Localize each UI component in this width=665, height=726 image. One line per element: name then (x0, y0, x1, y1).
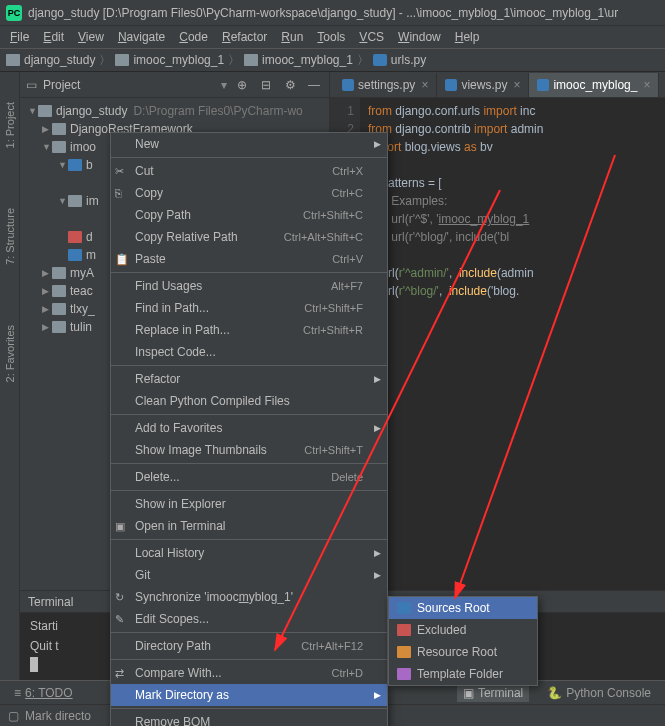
menu-item-local-history[interactable]: Local History▶ (111, 542, 387, 564)
python-file-icon (373, 54, 387, 66)
close-tab-icon[interactable]: × (421, 78, 428, 92)
status-icon[interactable]: ▢ (8, 709, 19, 723)
menu-code[interactable]: Code (173, 28, 214, 46)
menu-item-show-in-explorer[interactable]: Show in Explorer (111, 493, 387, 515)
menu-item-icon: ⇄ (115, 667, 129, 680)
menu-item-icon: 📋 (115, 253, 129, 266)
menu-item-delete-[interactable]: Delete...Delete (111, 466, 387, 488)
mark-directory-submenu: Sources RootExcludedResource RootTemplat… (388, 596, 538, 686)
menu-item-replace-in-path-[interactable]: Replace in Path...Ctrl+Shift+R (111, 319, 387, 341)
breadcrumb-item[interactable]: urls.py (373, 53, 426, 67)
tool-structure[interactable]: 7: Structure (4, 208, 16, 265)
submenu-item-template-folder[interactable]: Template Folder (389, 663, 537, 685)
tree-row[interactable]: ▼django_studyD:\Program Files0\PyCharm-w… (20, 102, 329, 120)
menu-item-icon: ▣ (115, 520, 129, 533)
menu-edit[interactable]: Edit (37, 28, 70, 46)
python-file-icon (537, 79, 549, 91)
breadcrumb-item[interactable]: imooc_myblog_1 (244, 53, 353, 67)
folder-b-icon (68, 159, 82, 171)
folder-icon (52, 123, 66, 135)
todo-tab[interactable]: ≡6: TODO (8, 684, 79, 702)
menu-item-open-in-terminal[interactable]: ▣Open in Terminal (111, 515, 387, 537)
submenu-arrow-icon: ▶ (374, 690, 381, 700)
submenu-arrow-icon: ▶ (374, 548, 381, 558)
menu-item-find-usages[interactable]: Find UsagesAlt+F7 (111, 275, 387, 297)
menu-item-mark-directory-as[interactable]: Mark Directory as▶ (111, 684, 387, 706)
editor-tabs: settings.py×views.py×imooc_myblog_× (330, 72, 665, 98)
python-file-icon (445, 79, 457, 91)
scroll-from-source-icon[interactable]: ⊕ (233, 76, 251, 94)
submenu-item-excluded[interactable]: Excluded (389, 619, 537, 641)
project-combo-icon[interactable]: ▭ (26, 78, 37, 92)
window-title: django_study [D:\Program Files0\PyCharm-… (28, 6, 618, 20)
menu-help[interactable]: Help (449, 28, 486, 46)
editor-tab[interactable]: views.py× (437, 73, 529, 97)
breadcrumb-item[interactable]: django_study (6, 53, 95, 67)
menu-item-synchronize-imooc-myblog-[interactable]: ↻Synchronize 'imoocmyblog_1' (111, 586, 387, 608)
dbic-icon (68, 231, 82, 243)
settings-gear-icon[interactable]: ⚙ (281, 76, 299, 94)
folder-icon (68, 195, 82, 207)
pyfile-icon (68, 249, 82, 261)
python-file-icon (342, 79, 354, 91)
menu-item-copy-path[interactable]: Copy PathCtrl+Shift+C (111, 204, 387, 226)
menu-file[interactable]: File (4, 28, 35, 46)
submenu-item-resource-root[interactable]: Resource Root (389, 641, 537, 663)
menu-tools[interactable]: Tools (311, 28, 351, 46)
collapse-all-icon[interactable]: ⊟ (257, 76, 275, 94)
menu-view[interactable]: View (72, 28, 110, 46)
menu-item-icon: ✂ (115, 165, 129, 178)
folder-icon (52, 267, 66, 279)
menu-item-add-to-favorites[interactable]: Add to Favorites▶ (111, 417, 387, 439)
submenu-arrow-icon: ▶ (374, 374, 381, 384)
menu-item-clean-python-compiled-files[interactable]: Clean Python Compiled Files (111, 390, 387, 412)
folder-icon (38, 105, 52, 117)
menu-refactor[interactable]: Refactor (216, 28, 273, 46)
menu-item-paste[interactable]: 📋PasteCtrl+V (111, 248, 387, 270)
menu-item-new[interactable]: New▶ (111, 133, 387, 155)
menu-navigate[interactable]: Navigate (112, 28, 171, 46)
menu-item-find-in-path-[interactable]: Find in Path...Ctrl+Shift+F (111, 297, 387, 319)
menu-item-show-image-thumbnails[interactable]: Show Image ThumbnailsCtrl+Shift+T (111, 439, 387, 461)
editor-tab[interactable]: imooc_myblog_× (529, 73, 659, 97)
menu-item-inspect-code-[interactable]: Inspect Code... (111, 341, 387, 363)
menu-vcs[interactable]: VCS (353, 28, 390, 46)
menu-item-git[interactable]: Git▶ (111, 564, 387, 586)
folder-color-icon (397, 602, 411, 614)
menu-item-copy-relative-path[interactable]: Copy Relative PathCtrl+Alt+Shift+C (111, 226, 387, 248)
menu-item-remove-bom[interactable]: Remove BOM (111, 711, 387, 726)
breadcrumb-item[interactable]: imooc_myblog_1 (115, 53, 224, 67)
menu-item-directory-path[interactable]: Directory PathCtrl+Alt+F12 (111, 635, 387, 657)
tool-project[interactable]: 1: Project (4, 102, 16, 148)
menu-item-icon: ✎ (115, 613, 129, 626)
terminal-tab[interactable]: ▣Terminal (457, 684, 529, 702)
menu-item-cut[interactable]: ✂CutCtrl+X (111, 160, 387, 182)
folder-icon (52, 285, 66, 297)
context-menu: New▶✂CutCtrl+X⎘CopyCtrl+CCopy PathCtrl+S… (110, 132, 388, 726)
folder-icon (52, 141, 66, 153)
project-panel-header: ▭ Project ▾ ⊕ ⊟ ⚙ — (20, 72, 329, 98)
python-console-tab[interactable]: 🐍Python Console (541, 684, 657, 702)
terminal-cursor (30, 657, 38, 672)
menu-item-edit-scopes-[interactable]: ✎Edit Scopes... (111, 608, 387, 630)
folder-icon (244, 54, 258, 66)
editor-tab[interactable]: settings.py× (334, 73, 437, 97)
project-panel-title[interactable]: Project (43, 78, 215, 92)
folder-color-icon (397, 668, 411, 680)
menu-run[interactable]: Run (275, 28, 309, 46)
folder-color-icon (397, 624, 411, 636)
menu-item-icon: ↻ (115, 591, 129, 604)
folder-icon (52, 303, 66, 315)
menu-item-compare-with-[interactable]: ⇄Compare With...Ctrl+D (111, 662, 387, 684)
menu-item-refactor[interactable]: Refactor▶ (111, 368, 387, 390)
submenu-item-sources-root[interactable]: Sources Root (389, 597, 537, 619)
menu-window[interactable]: Window (392, 28, 447, 46)
hide-panel-icon[interactable]: — (305, 76, 323, 94)
tool-favorites[interactable]: 2: Favorites (4, 325, 16, 382)
menu-item-copy[interactable]: ⎘CopyCtrl+C (111, 182, 387, 204)
breadcrumb-bar: django_study〉imooc_myblog_1〉imooc_myblog… (0, 48, 665, 72)
pycharm-icon: PC (6, 5, 22, 21)
submenu-arrow-icon: ▶ (374, 423, 381, 433)
close-tab-icon[interactable]: × (513, 78, 520, 92)
close-tab-icon[interactable]: × (643, 78, 650, 92)
